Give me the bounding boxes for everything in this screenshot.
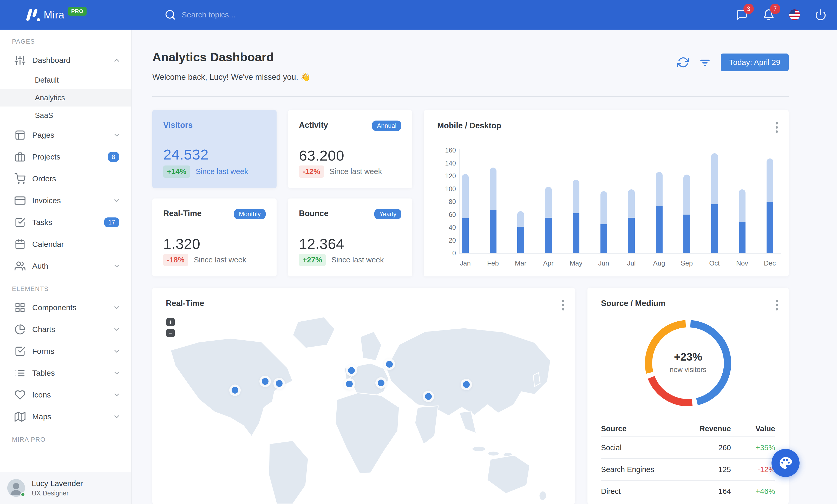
search-input[interactable]	[182, 11, 317, 19]
sidebar: PAGESDashboardDefaultAnalyticsSaaSPagesP…	[0, 30, 131, 504]
map-title: Real-Time	[166, 299, 204, 308]
projects-count-badge: 8	[108, 152, 119, 162]
sidebar-item-charts[interactable]: Charts	[0, 318, 131, 340]
y-axis-tick: 140	[439, 159, 456, 167]
source-medium-menu-button[interactable]	[775, 300, 778, 311]
map-marker-us-west[interactable]	[232, 387, 238, 394]
stat-period-badge[interactable]: Annual	[372, 120, 401, 131]
y-axis-tick: 0	[439, 249, 456, 257]
stat-card-visitors: Visitors24.532+14%Since last week	[152, 110, 277, 188]
stat-card-realtime: Real-TimeMonthly1.320-18%Since last week	[152, 199, 277, 276]
messages-button[interactable]: 3	[736, 9, 748, 21]
navbar-search	[164, 9, 317, 20]
sidebar-item-icons[interactable]: Icons	[0, 384, 131, 406]
sidebar-item-analytics[interactable]: Analytics	[0, 89, 131, 107]
map-marker-russia[interactable]	[386, 361, 393, 368]
map-zoom-out-button[interactable]: −	[166, 329, 175, 337]
sidebar-user[interactable]: Lucy Lavender UX Designer	[0, 472, 131, 504]
stat-note: Since last week	[330, 167, 382, 176]
flag-canton	[789, 10, 795, 14]
chevron-down-icon	[113, 304, 121, 312]
tasks-icon	[15, 217, 25, 228]
charts-icon	[15, 324, 25, 335]
welcome-message: Welcome back, Lucy! We've missed you. 👋	[152, 72, 310, 82]
mira-logo-icon	[26, 8, 40, 21]
sidebar-item-maps[interactable]: Maps	[0, 406, 131, 428]
map-marker-us-east[interactable]	[276, 380, 283, 387]
today-button[interactable]: Today: April 29	[721, 54, 789, 71]
sidebar-item-calendar[interactable]: Calendar	[0, 233, 131, 255]
x-axis-label: Oct	[703, 259, 726, 267]
bar-nov	[739, 189, 746, 253]
x-axis-label: Nov	[730, 259, 754, 267]
sidebar-item-saas[interactable]: SaaS	[0, 107, 131, 124]
stat-title: Activity	[299, 120, 328, 130]
x-axis-label: Jun	[592, 259, 616, 267]
stat-note: Since last week	[194, 256, 246, 264]
sidebar-item-default[interactable]: Default	[0, 71, 131, 89]
map-marker-china[interactable]	[463, 381, 470, 388]
map-zoom-in-button[interactable]: +	[166, 318, 175, 326]
chevron-down-icon	[113, 262, 121, 270]
sidebar-item-forms[interactable]: Forms	[0, 340, 131, 362]
map-marker-turkey[interactable]	[378, 379, 385, 386]
stat-period-badge[interactable]: Yearly	[374, 209, 401, 219]
sidebar-item-pages[interactable]: Pages	[0, 124, 131, 146]
x-axis-label: Dec	[758, 259, 782, 267]
map-marker-uk[interactable]	[348, 367, 355, 374]
sidebar-item-auth[interactable]: Auth	[0, 255, 131, 277]
top-navbar: Mira PRO 3 7	[0, 0, 837, 30]
icons-icon	[15, 389, 25, 400]
language-flag-us[interactable]	[789, 10, 800, 20]
orders-icon	[15, 173, 25, 184]
x-axis-label: May	[564, 259, 588, 267]
chevron-down-icon	[113, 197, 121, 204]
online-status-dot	[20, 492, 25, 497]
user-role: UX Designer	[32, 489, 83, 497]
map-marker-spain[interactable]	[346, 380, 353, 387]
source-medium-title: Source / Medium	[601, 299, 665, 308]
logout-button[interactable]	[815, 9, 826, 21]
brand-logo[interactable]: Mira PRO	[26, 8, 87, 21]
sidebar-item-tasks[interactable]: Tasks17	[0, 211, 131, 233]
sidebar-item-tables[interactable]: Tables	[0, 362, 131, 384]
map-marker-india[interactable]	[425, 393, 432, 400]
theme-settings-fab[interactable]	[771, 449, 800, 477]
bar-feb	[490, 168, 497, 253]
bar-dec	[767, 158, 773, 253]
messages-count-badge: 3	[744, 4, 754, 14]
sidebar-item-invoices[interactable]: Invoices	[0, 190, 131, 211]
stat-delta: +27%	[299, 254, 326, 266]
stat-delta: +14%	[163, 166, 190, 178]
stat-delta: -12%	[299, 166, 324, 178]
bar-jul	[628, 189, 635, 253]
sidebar-item-projects[interactable]: Projects8	[0, 146, 131, 168]
sidebar-item-components[interactable]: Components	[0, 297, 131, 318]
table-row-search-engines: Search Engines125-12%	[601, 458, 775, 480]
sidebar-item-dashboard[interactable]: Dashboard	[0, 49, 131, 71]
forms-icon	[15, 346, 25, 357]
notifications-button[interactable]: 7	[763, 9, 774, 21]
brand-name: Mira	[44, 9, 65, 21]
y-axis-tick: 60	[439, 211, 456, 218]
map-marker-us-central[interactable]	[262, 378, 268, 385]
bar-mar	[517, 211, 524, 253]
user-name: Lucy Lavender	[32, 479, 83, 488]
x-axis-label: Mar	[509, 259, 532, 267]
notifications-count-badge: 7	[770, 4, 780, 14]
bar-sep	[683, 174, 690, 253]
y-axis-tick: 160	[439, 147, 456, 154]
refresh-icon	[677, 56, 689, 68]
navbar-actions: 3 7	[736, 0, 826, 30]
stat-title: Visitors	[163, 120, 193, 130]
refresh-button[interactable]	[677, 56, 689, 68]
sidebar-item-orders[interactable]: Orders	[0, 168, 131, 190]
stat-note: Since last week	[196, 167, 248, 176]
donut-slice-direct	[648, 324, 686, 373]
map-menu-button[interactable]	[562, 300, 565, 311]
stat-card-bounce: BounceYearly12.364+27%Since last week	[288, 199, 412, 276]
bar-oct	[711, 153, 718, 253]
search-icon	[164, 9, 176, 20]
filter-button[interactable]	[699, 56, 711, 68]
stat-period-badge[interactable]: Monthly	[234, 209, 266, 219]
